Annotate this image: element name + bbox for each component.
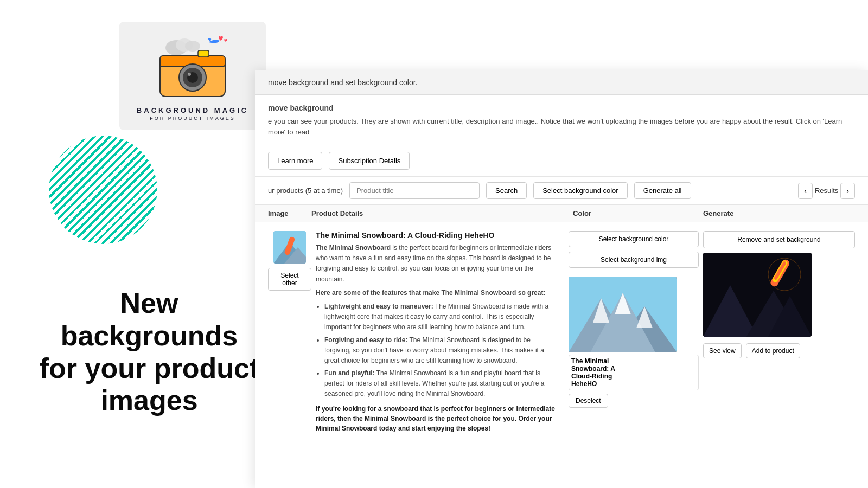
feature-item-2: Forgiving and easy to ride: The Minimal …	[324, 335, 556, 367]
subscription-details-button[interactable]: Subscription Details	[329, 152, 410, 170]
features-list: Lightweight and easy to maneuver: The Mi…	[316, 301, 556, 400]
row-select-background-color-button[interactable]: Select background color	[569, 231, 699, 247]
product-desc-intro: The Minimal Snowboard is the perfect boa…	[316, 243, 556, 285]
feature-item-1: Lightweight and easy to maneuver: The Mi…	[324, 301, 556, 333]
svg-rect-6	[198, 50, 209, 57]
select-other-button[interactable]: Select other	[268, 268, 311, 291]
learn-more-button[interactable]: Learn more	[268, 152, 322, 170]
search-input[interactable]	[349, 182, 480, 199]
generated-preview	[703, 253, 812, 337]
preview-title: The Minimal	[571, 357, 696, 365]
col-header-image: Image	[268, 209, 311, 217]
col-header-color: Color	[573, 209, 703, 217]
desc-title: move background	[268, 102, 855, 114]
product-thumbnail	[273, 231, 306, 264]
description-row: move background e you can see your produ…	[255, 95, 868, 145]
prev-arrow-button[interactable]: ‹	[798, 183, 813, 199]
hero-text: New backgrounds for your product images	[33, 287, 266, 417]
top-bar-text: move background and set background color…	[268, 78, 418, 87]
remove-and-set-background-button[interactable]: Remove and set background	[703, 231, 855, 248]
generated-action-buttons: See view Add to product	[703, 343, 855, 358]
svg-point-9	[185, 41, 200, 52]
action-buttons-row: Learn more Subscription Details	[255, 145, 868, 177]
product-closing-text: If you're looking for a snowboard that i…	[316, 404, 556, 433]
table-row: Select other The Minimal Snowboard: A Cl…	[255, 222, 868, 442]
teal-circle-decoration	[49, 136, 157, 244]
generate-column: Remove and set background	[703, 231, 855, 358]
search-button[interactable]: Search	[486, 182, 527, 199]
product-details-column: The Minimal Snowboard: A Cloud-Riding He…	[316, 231, 564, 433]
snowboard-color-preview	[569, 277, 677, 352]
products-count-label: ur products (5 at a time)	[268, 187, 343, 195]
filter-row: ur products (5 at a time) Search Select …	[255, 177, 868, 205]
add-to-product-button[interactable]: Add to product	[746, 343, 800, 358]
product-thumb-inner	[273, 231, 306, 264]
camera-logo-area: BACKGROUND MAGIC FOR PRODUCT IMAGES	[119, 22, 266, 130]
generate-all-button[interactable]: Generate all	[634, 182, 691, 199]
color-column: Select background color Select backgroun…	[569, 231, 699, 408]
left-panel: BACKGROUND MAGIC FOR PRODUCT IMAGES New …	[0, 0, 266, 488]
brand-sub: FOR PRODUCT IMAGES	[150, 115, 235, 121]
preview-subtitle-1: Snowboard: A	[571, 365, 696, 373]
select-background-color-button[interactable]: Select background color	[533, 182, 627, 199]
table-header: Image Product Details Color Generate	[255, 205, 868, 222]
camera-logo-image	[149, 31, 236, 102]
navigation-arrows: ‹ Results ›	[798, 183, 855, 199]
top-bar: move background and set background color…	[255, 70, 868, 95]
preview-subtitle-2: Cloud-Riding	[571, 373, 696, 380]
svg-point-5	[188, 73, 191, 76]
desc-body: e you can see your products. They are sh…	[268, 116, 855, 137]
brand-name: BACKGROUND MAGIC	[137, 106, 248, 114]
deselect-button[interactable]: Deselect	[569, 394, 608, 408]
next-arrow-button[interactable]: ›	[840, 183, 855, 199]
features-title: Here are some of the features that make …	[316, 288, 556, 298]
product-title: The Minimal Snowboard: A Cloud-Riding He…	[316, 231, 556, 240]
col-header-details: Product Details	[311, 209, 573, 217]
results-label: Results	[815, 187, 838, 195]
feature-item-3: Fun and playful: The Minimal Snowboard i…	[324, 368, 556, 400]
preview-subtitle-3: HeheHO	[571, 380, 696, 388]
color-preview-area: The Minimal Snowboard: A Cloud-Riding He…	[569, 277, 699, 408]
app-panel: move background and set background color…	[255, 70, 868, 488]
product-image-column: Select other	[268, 231, 311, 291]
see-view-button[interactable]: See view	[703, 343, 742, 358]
select-background-image-button[interactable]: Select background img	[569, 252, 699, 268]
product-description: The Minimal Snowboard is the perfect boa…	[316, 243, 556, 433]
col-header-generate: Generate	[703, 209, 855, 217]
